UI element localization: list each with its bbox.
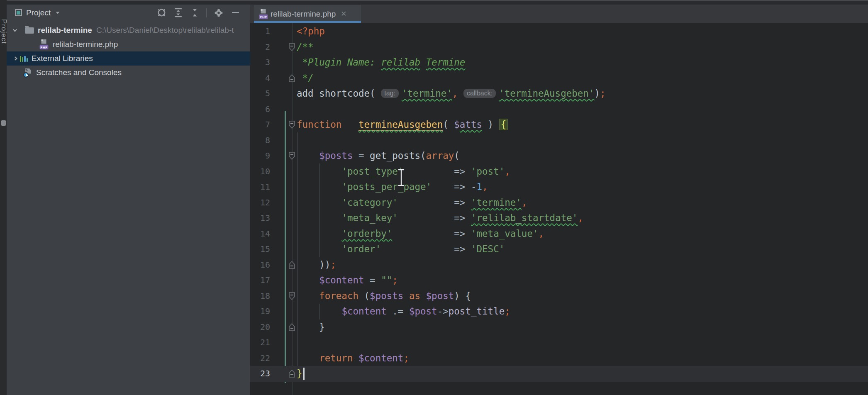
code-line[interactable]: 15 'order' => 'DESC' bbox=[250, 241, 868, 257]
line-number: 9 bbox=[250, 148, 270, 164]
code-line[interactable]: 10 'post_type' => 'post', bbox=[250, 164, 868, 180]
inlay-hint-chip: tag: bbox=[381, 89, 399, 98]
chevron-expanded-icon[interactable] bbox=[11, 26, 19, 34]
fold-marker-icon[interactable] bbox=[289, 152, 295, 161]
chevron-down-icon[interactable] bbox=[55, 10, 61, 15]
code-line[interactable]: 13 'meta_key' => 'relilab_startdate', bbox=[250, 210, 868, 226]
libraries-icon bbox=[20, 55, 28, 62]
code-line[interactable]: 22 return $content; bbox=[250, 351, 868, 366]
chevron-collapsed-icon[interactable] bbox=[12, 54, 20, 63]
code-line[interactable]: 20 } bbox=[250, 319, 868, 335]
tree-item-php-file[interactable]: PHP relilab-termine.php bbox=[7, 37, 250, 51]
settings-button[interactable] bbox=[214, 8, 224, 18]
project-panel-title[interactable]: Project bbox=[26, 8, 51, 17]
php-badge: PHP bbox=[259, 14, 268, 19]
tree-item-label: relilab-termine bbox=[38, 26, 92, 35]
hide-panel-button[interactable] bbox=[230, 8, 240, 18]
code-editor[interactable]: 1<?php2/**3 *Plugin Name: relilab Termin… bbox=[250, 23, 868, 395]
project-tree: relilab-termine C:\Users\Daniel\Desktop\… bbox=[7, 23, 250, 80]
code-line[interactable]: 19 $content .= $post->post_title; bbox=[250, 304, 868, 319]
line-number: 17 bbox=[250, 273, 270, 288]
line-number: 10 bbox=[250, 164, 270, 180]
fold-marker-icon[interactable] bbox=[289, 43, 295, 53]
code-line[interactable]: 8 bbox=[250, 133, 868, 149]
line-number: 23 bbox=[250, 366, 270, 382]
hide-minus-icon bbox=[232, 12, 239, 13]
code-text: /** bbox=[297, 39, 314, 55]
line-number: 19 bbox=[250, 304, 270, 319]
code-line[interactable]: 18 foreach ($posts as $post) { bbox=[250, 288, 868, 304]
code-line[interactable]: 5add_shortcode( tag:'termine', callback:… bbox=[250, 86, 868, 102]
folder-icon bbox=[25, 27, 34, 34]
code-line[interactable]: 12 'category' => 'termine', bbox=[250, 195, 868, 211]
code-text: 'meta_key' => 'relilab_startdate', bbox=[297, 210, 583, 226]
code-line[interactable]: 11 'posts_per_page' => -1, bbox=[250, 179, 868, 195]
toolbar-divider bbox=[206, 8, 207, 17]
line-number: 16 bbox=[250, 257, 270, 273]
code-line[interactable]: 4 */ bbox=[250, 71, 868, 86]
window-top-strip bbox=[0, 0, 868, 5]
ide-window: Project Project bbox=[0, 0, 868, 395]
code-text: 'category' => 'termine', bbox=[297, 195, 527, 211]
code-line[interactable]: 14 'orderby' => 'meta_value', bbox=[250, 226, 868, 242]
code-line[interactable]: 7function termineAusgeben( $atts ) { bbox=[250, 117, 868, 133]
php-file-icon: PHP bbox=[40, 39, 49, 49]
tree-item-path: C:\Users\Daniel\Desktop\relilab\relilab-… bbox=[96, 26, 250, 35]
tree-item-external-libraries[interactable]: External Libraries bbox=[7, 51, 250, 66]
scratches-icon: > bbox=[23, 68, 33, 78]
code-text: <?php bbox=[297, 24, 325, 39]
settings-gear-icon bbox=[214, 8, 223, 17]
fold-marker-icon[interactable] bbox=[289, 74, 295, 84]
line-number: 11 bbox=[250, 179, 270, 195]
code-line[interactable]: 3 *Plugin Name: relilab Termine bbox=[250, 55, 868, 71]
stripe-project-button[interactable]: Project bbox=[0, 19, 8, 44]
code-line[interactable]: 1<?php bbox=[250, 24, 868, 39]
tree-item-label: Scratches and Consoles bbox=[36, 68, 122, 77]
tool-window-stripe: Project bbox=[0, 0, 7, 395]
code-text: 'order' => 'DESC' bbox=[297, 241, 505, 257]
line-number: 13 bbox=[250, 210, 270, 226]
line-number: 7 bbox=[250, 117, 270, 133]
tree-item-project-root[interactable]: relilab-termine C:\Users\Daniel\Desktop\… bbox=[7, 23, 250, 37]
code-line[interactable]: 2/** bbox=[250, 39, 868, 55]
project-panel-header: Project bbox=[7, 5, 250, 21]
project-panel-toolbar bbox=[156, 8, 250, 18]
locate-icon bbox=[157, 8, 166, 17]
fold-marker-icon[interactable] bbox=[289, 323, 295, 333]
tree-item-label: External Libraries bbox=[32, 54, 93, 63]
expand-all-button[interactable] bbox=[173, 8, 183, 18]
line-number: 20 bbox=[250, 319, 270, 335]
code-line[interactable]: 6 bbox=[250, 102, 868, 117]
fold-marker-icon[interactable] bbox=[289, 121, 295, 130]
tab-relilab-termine-php[interactable]: PHP relilab-termine.php ✕ bbox=[254, 5, 361, 23]
fold-marker-icon[interactable] bbox=[289, 261, 295, 271]
code-lines: 1<?php2/**3 *Plugin Name: relilab Termin… bbox=[250, 23, 868, 395]
code-text: return $content; bbox=[297, 351, 409, 366]
editor-area: PHP relilab-termine.php ✕ 1<?php2/**3 *P… bbox=[250, 0, 868, 395]
fold-marker-icon[interactable] bbox=[289, 292, 295, 302]
collapse-all-button[interactable] bbox=[190, 8, 200, 18]
code-text: $content .= $post->post_title; bbox=[297, 304, 510, 319]
line-number: 4 bbox=[250, 71, 270, 86]
ibeam-cursor-icon bbox=[396, 168, 406, 189]
code-text: 'orderby' => 'meta_value', bbox=[297, 226, 544, 242]
code-text: } bbox=[297, 366, 302, 382]
code-line[interactable]: 23} bbox=[250, 366, 868, 382]
line-number: 14 bbox=[250, 226, 270, 242]
tab-close-icon[interactable]: ✕ bbox=[341, 10, 346, 18]
code-line[interactable]: 21 bbox=[250, 335, 868, 351]
line-number: 22 bbox=[250, 351, 270, 366]
code-text: $content = ""; bbox=[297, 273, 398, 288]
code-line[interactable]: 17 $content = ""; bbox=[250, 273, 868, 288]
code-line[interactable]: 16 )); bbox=[250, 257, 868, 273]
fold-marker-icon[interactable] bbox=[289, 370, 295, 379]
locate-button[interactable] bbox=[156, 8, 166, 18]
code-text: 'posts_per_page' => -1, bbox=[297, 179, 488, 195]
code-line[interactable]: 9 $posts = get_posts(array( bbox=[250, 148, 868, 164]
line-number: 15 bbox=[250, 241, 270, 257]
tree-item-scratches[interactable]: > Scratches and Consoles bbox=[7, 66, 250, 80]
stripe-tool-icon[interactable] bbox=[1, 120, 6, 126]
line-number: 8 bbox=[250, 133, 270, 149]
php-badge: PHP bbox=[40, 45, 49, 49]
line-number: 6 bbox=[250, 102, 270, 117]
